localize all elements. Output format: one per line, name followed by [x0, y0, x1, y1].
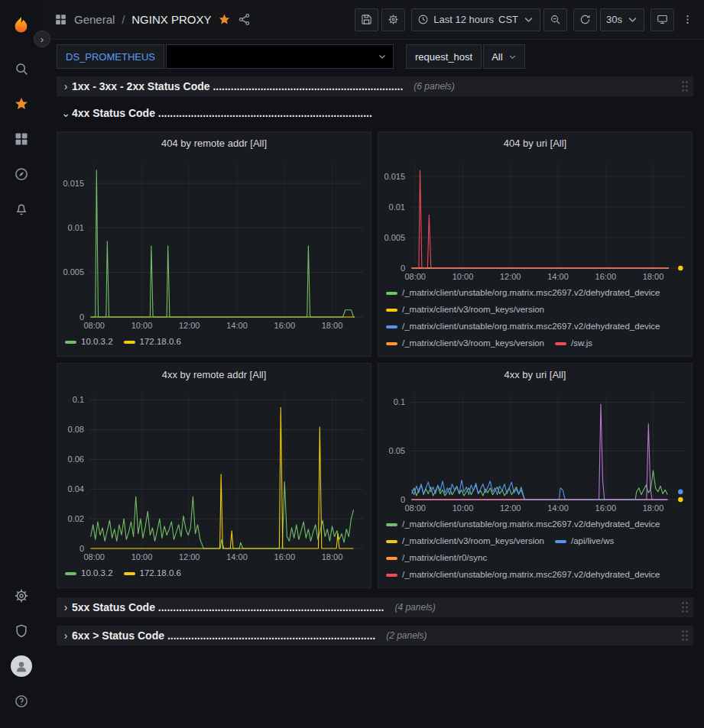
panel-title[interactable]: 404 by remote addr [All] — [57, 132, 371, 155]
drag-handle-icon[interactable] — [681, 601, 689, 613]
legend-item[interactable]: /_matrix/client/v3/room_keys/version — [386, 303, 544, 317]
legend-item[interactable]: /api/live/ws — [555, 534, 614, 548]
refresh-interval-dropdown[interactable]: 30s — [600, 8, 644, 31]
refresh-interval-value: 30s — [606, 14, 622, 25]
kebab-icon — [682, 14, 693, 25]
svg-text:08:00: 08:00 — [404, 272, 426, 281]
row-header-1xx-3xx-2xx[interactable]: › 1xx - 3xx - 2xx Status Code ..........… — [57, 76, 693, 96]
chart-svg: 00.0050.010.01508:0010:0012:0014:0016:00… — [378, 155, 692, 283]
svg-text:0.015: 0.015 — [384, 172, 405, 181]
save-dashboard-button[interactable] — [355, 8, 378, 31]
svg-text:0.08: 0.08 — [68, 425, 84, 434]
svg-text:0.04: 0.04 — [68, 484, 84, 493]
legend-item[interactable]: /_matrix/client/v3/room_keys/version — [386, 336, 544, 351]
search-icon — [14, 61, 29, 76]
panel-4xx-by-remote-addr: 4xx by remote addr [All] 00.020.040.060.… — [57, 363, 371, 588]
legend-swatch — [124, 341, 135, 344]
grafana-flame-icon — [11, 15, 31, 36]
legend-item[interactable]: /_matrix/client/unstable/org.matrix.msc2… — [386, 286, 660, 300]
legend-swatch — [555, 540, 566, 543]
svg-text:0.02: 0.02 — [68, 514, 84, 523]
grafana-logo[interactable] — [6, 10, 37, 40]
variable-label-request-host[interactable]: request_host — [406, 44, 482, 69]
legend-swatch — [386, 557, 397, 560]
share-icon[interactable] — [238, 13, 251, 26]
sidebar-item-starred[interactable] — [6, 89, 37, 119]
svg-text:08:00: 08:00 — [404, 503, 426, 513]
settings-gear-icon — [14, 588, 29, 603]
zoom-out-icon — [550, 14, 561, 25]
svg-text:0.005: 0.005 — [384, 233, 405, 242]
chevron-down-icon: ⌄ — [60, 107, 72, 119]
svg-text:14:00: 14:00 — [547, 503, 569, 513]
chevron-right-icon: › — [60, 601, 72, 613]
timeseries-chart[interactable]: 00.020.040.060.080.108:0010:0012:0014:00… — [57, 387, 371, 564]
sidebar-item-explore[interactable] — [6, 159, 37, 189]
row-header-4xx[interactable]: ⌄ 4xx Status Code ......................… — [57, 104, 693, 122]
dashboard-settings-button[interactable] — [381, 8, 405, 31]
tv-mode-button[interactable] — [650, 8, 674, 31]
drag-handle-icon[interactable] — [681, 629, 689, 642]
panel-title[interactable]: 4xx by uri [All] — [378, 364, 692, 387]
sidebar-item-alerting[interactable] — [6, 194, 37, 225]
legend-swatch — [386, 325, 397, 328]
legend-item[interactable]: 10.0.3.2 — [65, 335, 113, 349]
svg-text:08:00: 08:00 — [83, 552, 105, 561]
legend-item[interactable]: 10.0.3.2 — [65, 566, 113, 581]
legend-swatch — [124, 572, 135, 575]
svg-text:0.015: 0.015 — [63, 179, 84, 188]
kebab-menu-button[interactable] — [680, 8, 695, 31]
legend-swatch — [386, 523, 397, 526]
svg-text:12:00: 12:00 — [500, 272, 521, 281]
legend-item[interactable]: /_matrix/client/r0/sync — [386, 551, 487, 565]
refresh-dashboard-button[interactable] — [573, 8, 597, 31]
row-title: 4xx Status Code ........................… — [72, 107, 372, 119]
legend-item[interactable]: /_matrix/client/unstable/org.matrix.msc2… — [386, 568, 660, 582]
expand-sidebar-button[interactable]: › — [34, 31, 50, 47]
legend-item[interactable]: /_matrix/client/unstable/org.matrix.msc2… — [386, 319, 660, 334]
legend-swatch — [386, 309, 397, 312]
panel-title[interactable]: 404 by uri [All] — [378, 132, 692, 155]
svg-text:08:00: 08:00 — [83, 321, 105, 330]
chart-svg: 00.020.040.060.080.108:0010:0012:0014:00… — [57, 387, 371, 564]
zoom-out-time-button[interactable] — [543, 8, 567, 31]
svg-text:0: 0 — [79, 312, 84, 322]
variable-value-ds-prometheus[interactable] — [166, 44, 394, 69]
variable-label-ds-prometheus[interactable]: DS_PROMETHEUS — [57, 44, 164, 69]
clock-icon — [417, 14, 429, 25]
svg-text:0.01: 0.01 — [68, 223, 84, 232]
sidebar-item-search[interactable] — [6, 53, 37, 84]
save-icon — [361, 14, 372, 25]
sidebar-item-configuration[interactable] — [6, 581, 37, 611]
row-header-5xx[interactable]: › 5xx Status Code ......................… — [57, 597, 693, 617]
time-range-picker[interactable]: Last 12 hours CST — [411, 8, 540, 31]
timeseries-chart[interactable]: 00.0050.010.01508:0010:0012:0014:0016:00… — [57, 155, 371, 332]
variable-value-request-host[interactable]: All — [483, 44, 524, 69]
legend-item[interactable]: /sw.js — [555, 336, 592, 351]
gear-icon — [388, 14, 399, 25]
sidebar-item-dashboards[interactable] — [6, 124, 37, 154]
legend-item[interactable]: /_matrix/client/v3/room_keys/version — [386, 534, 544, 548]
panel-title[interactable]: 4xx by remote addr [All] — [57, 364, 371, 387]
topbar-actions: Last 12 hours CST 30s — [355, 8, 695, 31]
favorite-star-icon[interactable] — [218, 13, 231, 26]
breadcrumb-section[interactable]: General — [74, 13, 115, 26]
refresh-icon — [579, 14, 591, 25]
row-title: 6xx > Status Code ......................… — [72, 629, 375, 642]
svg-text:14:00: 14:00 — [226, 321, 248, 330]
drag-handle-icon[interactable] — [681, 80, 689, 92]
svg-text:0: 0 — [401, 264, 405, 273]
sidebar-item-server-admin[interactable] — [6, 616, 37, 646]
sidebar-item-profile[interactable] — [6, 651, 37, 681]
timeseries-chart[interactable]: 00.050.108:0010:0012:0014:0016:0018:00 — [378, 387, 692, 515]
sidebar-item-help[interactable] — [6, 686, 37, 717]
timeseries-chart[interactable]: 00.0050.010.01508:0010:0012:0014:0016:00… — [378, 155, 692, 283]
legend-item[interactable]: 172.18.0.6 — [124, 335, 181, 349]
legend-item[interactable]: 172.18.0.6 — [124, 566, 181, 581]
svg-text:16:00: 16:00 — [595, 503, 617, 513]
svg-text:0.01: 0.01 — [389, 202, 405, 212]
row-header-6xx[interactable]: › 6xx > Status Code ....................… — [57, 626, 693, 645]
panel-404-by-remote-addr: 404 by remote addr [All] 00.0050.010.015… — [57, 131, 371, 357]
dashboard-title[interactable]: NGINX PROXY — [131, 13, 211, 26]
legend-item[interactable]: /_matrix/client/unstable/org.matrix.msc2… — [386, 517, 660, 532]
